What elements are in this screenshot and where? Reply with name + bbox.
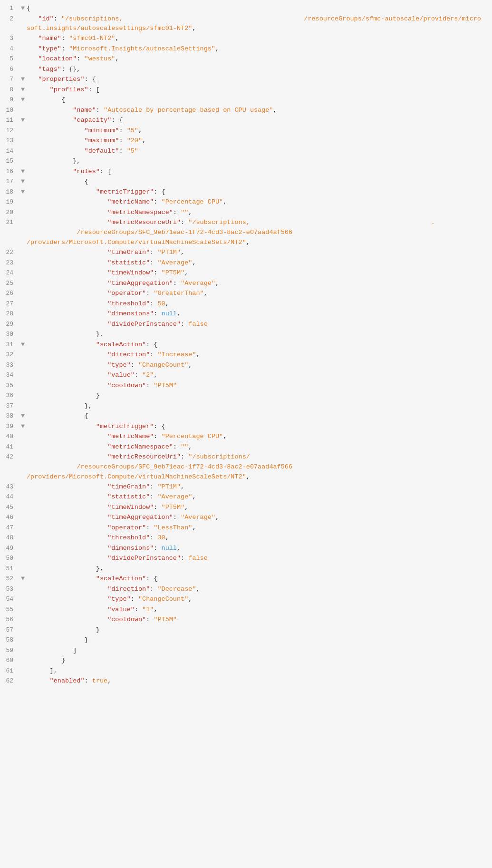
line-number: 35 [0, 381, 19, 390]
collapse-toggle[interactable]: ▼ [19, 85, 27, 95]
line-number: 54 [0, 595, 19, 604]
table-row: 17▼ { [0, 177, 492, 187]
line-content: "metricTrigger": { [27, 187, 492, 197]
table-row: 10 "name": "Autoscale by percentage base… [0, 106, 492, 116]
line-number: 3 [0, 34, 19, 43]
table-row: 48 "threshold": 30, [0, 533, 492, 544]
table-row: 25 "timeAggregation": "Average", [0, 279, 492, 289]
table-row: 29 "dividePerInstance": false [0, 320, 492, 330]
table-row: 50 "dividePerInstance": false [0, 554, 492, 564]
table-row: 11▼ "capacity": { [0, 116, 492, 126]
collapse-toggle[interactable]: ▼ [19, 4, 27, 14]
line-number: 31 [0, 340, 19, 350]
line-content: "enabled": true, [27, 676, 492, 686]
table-row: 52▼ "scaleAction": { [0, 574, 492, 585]
line-number: 55 [0, 605, 19, 614]
line-number: 37 [0, 401, 19, 411]
line-content: "name": "Autoscale by percentage based o… [27, 106, 492, 116]
line-content: "timeAggregation": "Average", [27, 279, 492, 289]
line-number: 62 [0, 676, 19, 686]
collapse-toggle[interactable]: ▼ [19, 167, 27, 177]
line-number: 1 [0, 4, 19, 13]
line-number: 40 [0, 432, 19, 441]
line-content: "type": "ChangeCount", [27, 361, 492, 371]
table-row: 49 "dimensions": null, [0, 544, 492, 554]
line-number: 10 [0, 106, 19, 115]
line-number: 18 [0, 187, 19, 197]
line-content: "name": "sfmc01-NT2", [27, 34, 492, 44]
line-number: 47 [0, 523, 19, 533]
table-row: 59 ] [0, 646, 492, 656]
collapse-toggle[interactable]: ▼ [19, 177, 27, 187]
line-content: "cooldown": "PT5M" [27, 615, 492, 625]
line-content: "threshold": 50, [27, 299, 492, 309]
line-content: "timeGrain": "PT1M", [27, 248, 492, 258]
line-number: 42 [0, 452, 19, 462]
line-number: 39 [0, 422, 19, 431]
line-content: "profiles": [ [27, 85, 492, 95]
table-row: 57 } [0, 625, 492, 636]
line-content: "location": "westus", [27, 54, 492, 64]
table-row: 36 } [0, 391, 492, 401]
table-row: 44 "statistic": "Average", [0, 492, 492, 503]
table-row: 14 "default": "5" [0, 146, 492, 157]
line-content: "maximum": "20", [27, 136, 492, 146]
line-content: "value": "2", [27, 371, 492, 380]
line-content: { [27, 4, 492, 14]
line-content: ], [27, 666, 492, 676]
line-content: { [27, 411, 492, 421]
table-row: 3 "name": "sfmc01-NT2", [0, 34, 492, 44]
table-row: 8▼ "profiles": [ [0, 85, 492, 96]
table-row: 53 "direction": "Decrease", [0, 585, 492, 595]
table-row: 18▼ "metricTrigger": { [0, 187, 492, 198]
line-number: 51 [0, 564, 19, 574]
line-content: "cooldown": "PT5M" [27, 381, 492, 391]
table-row: 38▼ { [0, 411, 492, 422]
line-number: 27 [0, 299, 19, 309]
line-content: "direction": "Decrease", [27, 585, 492, 595]
table-row: 56 "cooldown": "PT5M" [0, 615, 492, 625]
line-content: "value": "1", [27, 605, 492, 615]
line-content: "threshold": 30, [27, 533, 492, 543]
table-row: 32 "direction": "Increase", [0, 350, 492, 361]
table-row: 47 "operator": "LessThan", [0, 523, 492, 534]
line-number: 48 [0, 533, 19, 543]
line-content: "metricNamespace": "", [27, 208, 492, 218]
line-number: 33 [0, 361, 19, 370]
line-number: 25 [0, 279, 19, 288]
collapse-toggle[interactable]: ▼ [19, 422, 27, 432]
line-content: "statistic": "Average", [27, 258, 492, 268]
line-number: 53 [0, 585, 19, 594]
collapse-toggle[interactable]: ▼ [19, 411, 27, 421]
table-row: 55 "value": "1", [0, 605, 492, 615]
table-row: 46 "timeAggregation": "Average", [0, 513, 492, 523]
line-number: 12 [0, 126, 19, 136]
line-number: 11 [0, 116, 19, 125]
line-content: "metricNamespace": "", [27, 442, 492, 452]
table-row: 6 "tags": {}, [0, 65, 492, 75]
table-row: 62 "enabled": true, [0, 676, 492, 687]
collapse-toggle[interactable]: ▼ [19, 187, 27, 197]
table-row: 30 }, [0, 330, 492, 340]
collapse-toggle[interactable]: ▼ [19, 340, 27, 350]
line-number: 28 [0, 309, 19, 319]
collapse-toggle[interactable]: ▼ [19, 95, 27, 105]
line-content: "scaleAction": { [27, 574, 492, 584]
collapse-toggle[interactable]: ▼ [19, 116, 27, 126]
line-number: 50 [0, 554, 19, 563]
line-number: 46 [0, 513, 19, 522]
line-number: 44 [0, 492, 19, 502]
line-content: } [27, 625, 492, 635]
line-number: 22 [0, 248, 19, 257]
table-row: 16▼ "rules": [ [0, 167, 492, 177]
collapse-toggle[interactable]: ▼ [19, 75, 27, 85]
line-number: 16 [0, 167, 19, 176]
line-content: "default": "5" [27, 146, 492, 156]
line-content: { [27, 177, 492, 187]
line-content: } [27, 656, 492, 666]
line-content: "properties": { [27, 75, 492, 85]
table-row: 12 "minimum": "5", [0, 126, 492, 137]
line-number: 41 [0, 442, 19, 452]
collapse-toggle[interactable]: ▼ [19, 574, 27, 584]
line-content: "statistic": "Average", [27, 492, 492, 502]
